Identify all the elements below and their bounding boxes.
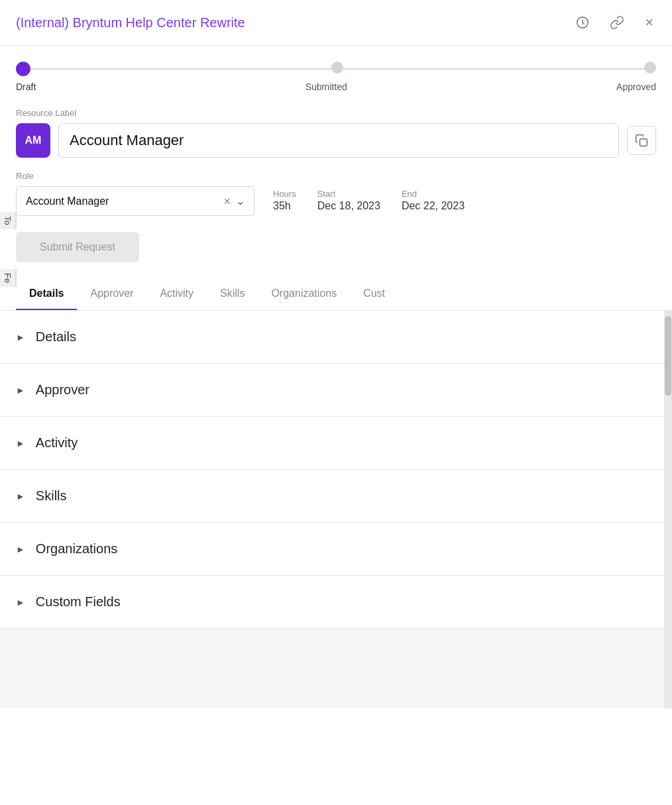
progress-track bbox=[16, 62, 656, 76]
tab-organizations[interactable]: Organizations bbox=[258, 278, 350, 311]
hours-label: Hours bbox=[273, 189, 296, 199]
left-panel-item-to[interactable]: To bbox=[0, 212, 17, 229]
accordion-item-approver: ► Approver bbox=[0, 364, 664, 417]
tab-activity[interactable]: Activity bbox=[146, 278, 207, 311]
accordion-title-organizations: Organizations bbox=[36, 541, 117, 557]
resource-label-text: Resource Label bbox=[16, 108, 656, 118]
accordion-header-organizations[interactable]: ► Organizations bbox=[0, 523, 664, 575]
start-value: Dec 18, 2023 bbox=[317, 200, 380, 212]
tab-skills[interactable]: Skills bbox=[207, 278, 258, 311]
start-label: Start bbox=[317, 189, 380, 199]
hours-value: 35h bbox=[273, 200, 296, 212]
history-button[interactable] bbox=[571, 11, 594, 34]
role-meta: Hours 35h Start Dec 18, 2023 End Dec 22,… bbox=[273, 186, 465, 212]
end-value: Dec 22, 2023 bbox=[402, 200, 465, 212]
panel-title: (Internal) Bryntum Help Center Rewrite bbox=[16, 15, 245, 30]
header-actions: × bbox=[571, 11, 659, 34]
accordion-title-activity: Activity bbox=[36, 435, 78, 451]
copy-icon bbox=[635, 134, 648, 147]
tab-cust[interactable]: Cust bbox=[350, 278, 398, 311]
accordion-title-approver: Approver bbox=[36, 382, 89, 398]
scrollbar[interactable] bbox=[664, 311, 672, 708]
avatar: AM bbox=[16, 123, 50, 158]
role-select-wrapper: Account Manager × ⌄ bbox=[16, 186, 254, 216]
accordion-item-activity: ► Activity bbox=[0, 417, 664, 470]
end-item: End Dec 22, 2023 bbox=[402, 189, 465, 212]
chevron-right-icon-organizations: ► bbox=[16, 544, 25, 555]
panel-header: (Internal) Bryntum Help Center Rewrite × bbox=[0, 0, 672, 46]
tabs-section: Details Approver Activity Skills Organiz… bbox=[0, 278, 672, 311]
svg-rect-1 bbox=[640, 139, 647, 146]
scrollbar-thumb[interactable] bbox=[665, 316, 671, 396]
progress-section: Draft Submitted Approved bbox=[0, 46, 672, 92]
copy-button[interactable] bbox=[627, 126, 656, 155]
progress-dots bbox=[16, 62, 656, 76]
accordion-item-details: ► Details bbox=[0, 311, 664, 364]
role-label-text: Role bbox=[16, 171, 656, 181]
role-row: Account Manager × ⌄ Hours 35h Start Dec … bbox=[16, 186, 656, 216]
accordion-list: ► Details ► Approver ► Activity ► bbox=[0, 311, 664, 708]
end-label: End bbox=[402, 189, 465, 199]
role-select[interactable]: Account Manager × ⌄ bbox=[16, 186, 254, 216]
accordion-title-details: Details bbox=[36, 329, 76, 345]
role-selected-value: Account Manager bbox=[26, 195, 109, 207]
main-panel: To Fe (Internal) Bryntum Help Center Rew… bbox=[0, 0, 672, 805]
submit-request-button[interactable]: Submit Request bbox=[16, 232, 139, 262]
content-area: ► Details ► Approver ► Activity ► bbox=[0, 311, 672, 708]
role-clear-button[interactable]: × bbox=[223, 195, 231, 207]
accordion-item-custom-fields: ► Custom Fields bbox=[0, 576, 664, 629]
progress-labels: Draft Submitted Approved bbox=[16, 81, 656, 92]
role-chevron-icon: ⌄ bbox=[236, 195, 245, 207]
submit-section: Submit Request bbox=[0, 216, 672, 262]
chevron-right-icon-details: ► bbox=[16, 332, 25, 343]
progress-label-submitted: Submitted bbox=[306, 81, 347, 92]
accordion-item-skills: ► Skills bbox=[0, 470, 664, 523]
accordion-title-custom-fields: Custom Fields bbox=[36, 594, 121, 610]
close-button[interactable]: × bbox=[640, 13, 659, 32]
hours-item: Hours 35h bbox=[273, 189, 296, 212]
tab-approver[interactable]: Approver bbox=[77, 278, 146, 311]
accordion-item-organizations: ► Organizations bbox=[0, 523, 664, 576]
accordion-header-custom-fields[interactable]: ► Custom Fields bbox=[0, 576, 664, 628]
left-indicators: To Fe bbox=[0, 212, 17, 287]
accordion-header-details[interactable]: ► Details bbox=[0, 311, 664, 363]
progress-dot-draft bbox=[16, 62, 30, 76]
resource-section: Resource Label AM bbox=[0, 92, 672, 158]
resource-input-wrapper bbox=[58, 123, 619, 158]
chevron-right-icon-approver: ► bbox=[16, 385, 25, 396]
accordion-title-skills: Skills bbox=[36, 488, 67, 504]
accordion-header-skills[interactable]: ► Skills bbox=[0, 470, 664, 522]
progress-dot-submitted bbox=[331, 62, 343, 74]
link-icon bbox=[610, 15, 624, 30]
resource-row: AM bbox=[16, 123, 656, 158]
chevron-right-icon-skills: ► bbox=[16, 491, 25, 502]
progress-label-draft: Draft bbox=[16, 81, 36, 92]
resource-input[interactable] bbox=[58, 123, 619, 158]
role-section: Role Account Manager × ⌄ Hours 35h Start bbox=[0, 158, 672, 216]
clock-icon bbox=[575, 15, 590, 30]
left-panel-item-fe[interactable]: Fe bbox=[0, 269, 17, 287]
start-item: Start Dec 18, 2023 bbox=[317, 189, 380, 212]
tab-details[interactable]: Details bbox=[16, 278, 77, 311]
progress-label-approved: Approved bbox=[616, 81, 656, 92]
role-select-actions: × ⌄ bbox=[223, 195, 245, 207]
chevron-right-icon-activity: ► bbox=[16, 438, 25, 449]
link-button[interactable] bbox=[605, 11, 629, 34]
progress-dot-approved bbox=[644, 62, 656, 74]
accordion-header-activity[interactable]: ► Activity bbox=[0, 417, 664, 469]
accordion-header-approver[interactable]: ► Approver bbox=[0, 364, 664, 416]
chevron-right-icon-custom-fields: ► bbox=[16, 597, 25, 608]
